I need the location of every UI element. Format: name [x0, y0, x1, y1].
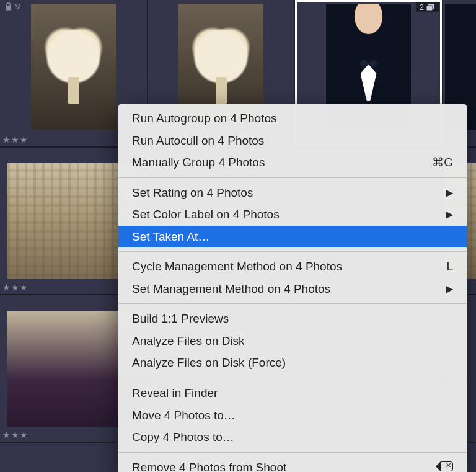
submenu-chevron-icon: ▶	[433, 282, 453, 296]
menu-label: Copy 4 Photos to…	[132, 429, 234, 446]
menu-item-autocull[interactable]: Run Autocull on 4 Photos	[118, 130, 467, 152]
menu-item-remove-photos[interactable]: Remove 4 Photos from Shoot	[118, 456, 467, 472]
menu-shortcut: ⌘G	[420, 154, 453, 171]
menu-label: Build 1:1 Previews	[132, 310, 229, 327]
menu-item-build-previews[interactable]: Build 1:1 Previews	[118, 308, 467, 330]
marker-label: M	[14, 2, 21, 11]
menu-label: Set Color Label on 4 Photos	[132, 206, 280, 223]
menu-separator	[118, 251, 467, 252]
menu-item-move-photos[interactable]: Move 4 Photos to…	[118, 404, 467, 427]
menu-separator	[118, 378, 467, 378]
menu-separator	[118, 303, 467, 304]
menu-item-manual-group[interactable]: Manually Group 4 Photos ⌘G	[118, 151, 467, 174]
menu-label: Manually Group 4 Photos	[132, 154, 265, 171]
submenu-chevron-icon: ▶	[433, 207, 453, 221]
lock-icon	[5, 2, 12, 11]
menu-label: Run Autocull on 4 Photos	[132, 132, 264, 149]
menu-label: Move 4 Photos to…	[132, 407, 236, 424]
context-menu: Run Autogroup on 4 Photos Run Autocull o…	[118, 104, 467, 472]
menu-label: Analyze Files on Disk (Force)	[132, 354, 286, 372]
menu-label: Remove 4 Photos from Shoot	[132, 459, 286, 472]
menu-item-set-management[interactable]: Set Management Method on 4 Photos ▶	[118, 278, 467, 300]
menu-separator	[118, 177, 467, 178]
menu-label: Set Taken At…	[132, 228, 209, 246]
submenu-chevron-icon: ▶	[433, 185, 453, 200]
menu-label: Reveal in Finder	[132, 385, 218, 402]
stack-count: 2	[420, 2, 424, 12]
menu-item-copy-photos[interactable]: Copy 4 Photos to…	[118, 426, 467, 448]
menu-separator	[118, 452, 467, 453]
menu-label: Set Management Method on 4 Photos	[132, 280, 330, 298]
rating-stars: ★★★	[2, 282, 29, 292]
menu-label: Cycle Management Method on 4 Photos	[132, 258, 342, 275]
menu-item-reveal-finder[interactable]: Reveal in Finder	[118, 382, 467, 404]
thumbnail[interactable]	[31, 4, 116, 130]
menu-item-set-rating[interactable]: Set Rating on 4 Photos ▶	[118, 182, 467, 204]
menu-item-analyze-files[interactable]: Analyze Files on Disk	[118, 330, 467, 352]
menu-label: Analyze Files on Disk	[132, 332, 245, 350]
delete-icon	[422, 461, 453, 472]
menu-item-set-color-label[interactable]: Set Color Label on 4 Photos ▶	[118, 203, 467, 226]
menu-item-analyze-files-force[interactable]: Analyze Files on Disk (Force)	[118, 352, 467, 374]
menu-label: Set Rating on 4 Photos	[132, 184, 253, 202]
rating-stars: ★★★	[2, 135, 29, 145]
svg-rect-1	[426, 6, 433, 11]
menu-item-set-taken-at[interactable]: Set Taken At…	[118, 226, 467, 248]
menu-item-cycle-management[interactable]: Cycle Management Method on 4 Photos L	[118, 256, 467, 278]
menu-shortcut: L	[434, 258, 453, 275]
menu-label: Run Autogroup on 4 Photos	[132, 110, 276, 127]
rating-stars: ★★★	[2, 430, 29, 440]
stack-badge: 2	[416, 2, 439, 12]
stack-icon	[426, 4, 435, 11]
cell-badges: M	[5, 2, 21, 11]
menu-item-autogroup[interactable]: Run Autogroup on 4 Photos	[118, 107, 467, 130]
